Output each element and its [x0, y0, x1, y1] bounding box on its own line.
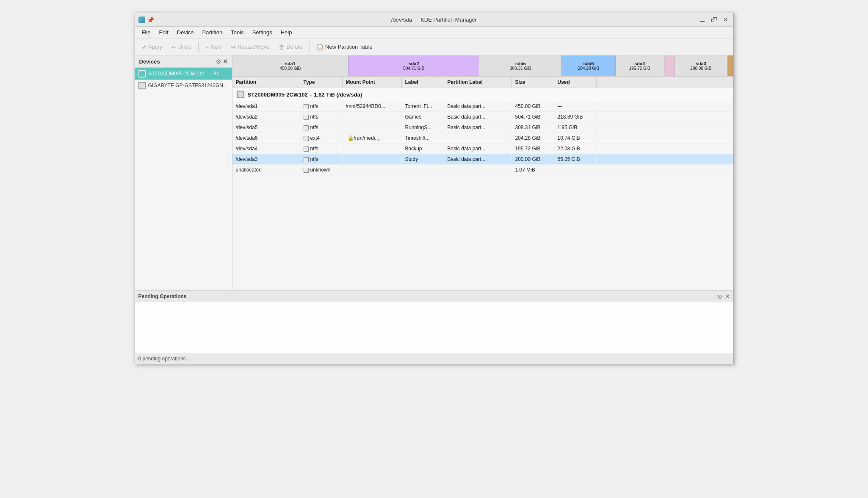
pending-ops-content — [135, 302, 733, 353]
partition-bar-seg-2[interactable]: sda5308.31 GiB — [479, 55, 562, 76]
menu-file[interactable]: File — [138, 28, 155, 37]
menu-partition[interactable]: Partition — [198, 28, 227, 37]
col-label: Label — [402, 77, 444, 88]
content-wrapper: sda1450.00 GiBsda2504.71 GiBsda5308.31 G… — [232, 55, 733, 290]
delete-button[interactable]: 🗑 Delete — [274, 42, 307, 52]
device-sdb-label: GIGABYTE GP-GSTFS31240GNTD... — [148, 83, 229, 89]
col-partition-label: Partition Label — [444, 77, 512, 88]
table-row[interactable]: /dev/sda6 ext4 🔒/run/medi... Timeshift..… — [232, 133, 733, 144]
col-used: Used — [554, 77, 597, 88]
table-header: Partition Type Mount Point Label Partiti… — [232, 77, 733, 88]
partition-bar: sda1450.00 GiBsda2504.71 GiBsda5308.31 G… — [232, 55, 733, 77]
col-partition: Partition — [232, 77, 300, 88]
hdd-icon-sdb — [138, 82, 146, 89]
status-bar: 0 pending operations — [135, 353, 733, 364]
delete-icon: 🗑 — [279, 44, 285, 50]
new-icon: + — [205, 44, 209, 50]
partition-rows: /dev/sda1 ntfs /mnt/52944BD0... Torrent_… — [232, 101, 733, 175]
table-row[interactable]: /dev/sda5 ntfs RunningS... Basic data pa… — [232, 122, 733, 133]
partition-bar-seg-3[interactable]: sda6204.28 GiB — [562, 55, 615, 76]
menu-edit[interactable]: Edit — [155, 28, 172, 37]
separator-2 — [309, 42, 310, 52]
app-icon — [138, 17, 145, 23]
sidebar: Devices ⊙ ✕ ST2000DM005-2CW102 – 1.82 Ti… — [135, 55, 232, 290]
undo-button[interactable]: ↩ Undo — [167, 42, 196, 52]
pin-icon[interactable]: 📌 — [147, 17, 154, 23]
apply-button[interactable]: ✔ Apply — [138, 42, 167, 52]
partition-table: Partition Type Mount Point Label Partiti… — [232, 77, 733, 290]
undo-icon: ↩ — [171, 44, 177, 50]
disk-row-label: ST2000DM005-2CW102 – 1.82 TiB (/dev/sda) — [248, 91, 362, 98]
col-size: Size — [512, 77, 554, 88]
table-row[interactable]: /dev/sda1 ntfs /mnt/52944BD0... Torrent_… — [232, 101, 733, 112]
table-row[interactable]: /dev/sda3 ntfs Study Basic data part... … — [232, 154, 733, 165]
col-mount-point: Mount Point — [343, 77, 402, 88]
pending-collapse-icon[interactable]: ⊙ — [717, 293, 722, 300]
resize-move-button[interactable]: ⇔ Resize/Move — [227, 42, 274, 52]
partition-bar-seg-6[interactable]: sda3200.00 GiB — [674, 55, 728, 76]
menu-help[interactable]: Help — [276, 28, 296, 37]
col-type: Type — [300, 77, 343, 88]
pending-close-icon[interactable]: ✕ — [725, 293, 730, 300]
table-row[interactable]: /dev/sda2 ntfs Games Basic data part... … — [232, 112, 733, 122]
disk-row: ST2000DM005-2CW102 – 1.82 TiB (/dev/sda) — [232, 88, 733, 101]
sidebar-header: Devices ⊙ ✕ — [135, 55, 232, 68]
table-row[interactable]: /dev/sda4 ntfs Backup Basic data part...… — [232, 144, 733, 154]
sidebar-collapse-icon[interactable]: ⊙ — [216, 58, 221, 65]
sidebar-item-sdb[interactable]: GIGABYTE GP-GSTFS31240GNTD... — [135, 80, 232, 91]
partition-bar-seg-5[interactable] — [664, 55, 674, 76]
table-row[interactable]: unallocated unknown 1.07 MiB --- — [232, 165, 733, 175]
pending-ops-bar: Pending Operations ⊙ ✕ — [135, 290, 733, 302]
menu-tools[interactable]: Tools — [227, 28, 248, 37]
separator-1 — [198, 42, 199, 52]
status-text: 0 pending operations — [138, 356, 186, 362]
menubar: File Edit Device Partition Tools Setting… — [135, 27, 733, 39]
table-icon: 📋 — [316, 44, 323, 50]
apply-icon: ✔ — [142, 44, 147, 50]
content-area: Partition Type Mount Point Label Partiti… — [232, 77, 733, 290]
toolbar: ✔ Apply ↩ Undo + New ⇔ Resize/Move 🗑 Del… — [135, 39, 733, 55]
partition-bar-seg-0[interactable]: sda1450.00 GiB — [232, 55, 349, 76]
partition-bar-seg-4[interactable]: sda4195.72 GiB — [616, 55, 664, 76]
resize-icon: ⇔ — [231, 44, 236, 50]
main-area: Devices ⊙ ✕ ST2000DM005-2CW102 – 1.82 Ti… — [135, 55, 733, 290]
disk-row-icon — [237, 91, 244, 98]
pending-ops-panel: Pending Operations ⊙ ✕ — [135, 290, 733, 353]
titlebar: 📌 /dev/sda — KDE Partition Manager 🗕 🗗 ✕ — [135, 13, 733, 27]
device-sda-label: ST2000DM005-2CW102 – 1.82 Ti... — [148, 71, 228, 77]
window-title: /dev/sda — KDE Partition Manager — [391, 17, 477, 23]
pending-ops-label: Pending Operations — [138, 293, 187, 299]
menu-device[interactable]: Device — [173, 28, 198, 37]
sidebar-close-icon[interactable]: ✕ — [223, 58, 228, 65]
new-partition-table-button[interactable]: 📋 New Partition Table — [312, 42, 377, 52]
new-button[interactable]: + New — [201, 42, 226, 52]
maximize-button[interactable]: 🗗 — [709, 15, 719, 25]
devices-label: Devices — [139, 58, 160, 65]
menu-settings[interactable]: Settings — [248, 28, 276, 37]
close-button[interactable]: ✕ — [721, 15, 730, 25]
partition-bar-seg-1[interactable]: sda2504.71 GiB — [348, 55, 479, 76]
sidebar-item-sda[interactable]: ST2000DM005-2CW102 – 1.82 Ti... — [135, 68, 232, 80]
hdd-icon-sda — [138, 70, 146, 77]
minimize-button[interactable]: 🗕 — [697, 15, 708, 25]
partition-bar-seg-7[interactable] — [728, 55, 733, 76]
